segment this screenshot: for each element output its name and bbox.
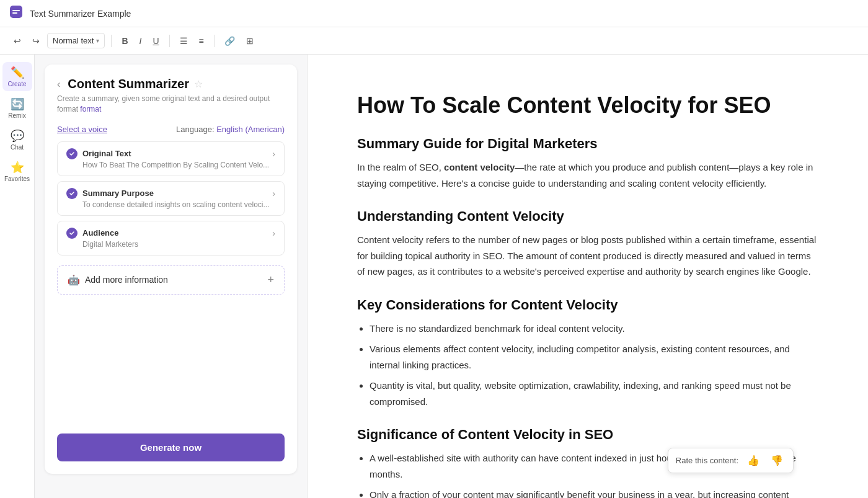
- sidebar-label-remix: Remix: [8, 112, 25, 119]
- check-circle-audience: [66, 228, 78, 239]
- content-title: How To Scale Content Velocity for SEO: [357, 92, 818, 118]
- add-info-label: Add more information: [85, 275, 168, 285]
- generate-button[interactable]: Generate now: [57, 434, 285, 461]
- redo-icon: ↪: [32, 36, 40, 46]
- svg-rect-1: [12, 10, 20, 11]
- italic-icon: I: [140, 36, 142, 46]
- sidebar-label-create: Create: [7, 81, 26, 87]
- content-understanding-p: Content velocity refers to the number of…: [357, 232, 818, 280]
- main-layout: ✏️ Create 🔄 Remix 💬 Chat ⭐ Favorites ‹ C…: [0, 55, 868, 498]
- field-summary-purpose[interactable]: Summary Purpose › To condense detailed i…: [57, 181, 285, 216]
- plus-icon: +: [267, 273, 274, 287]
- create-icon: ✏️: [11, 66, 24, 79]
- content-h2-key: Key Considerations for Content Velocity: [357, 297, 818, 313]
- add-info-left: 🤖 Add more information: [68, 274, 168, 286]
- sidebar-item-remix[interactable]: 🔄 Remix: [2, 94, 32, 123]
- toolbar: ↩ ↪ Normal text ▾ B I U ☰ ≡ 🔗 ⊞: [0, 27, 868, 55]
- favorites-icon: ⭐: [11, 161, 24, 174]
- check-circle-purpose: [66, 188, 78, 199]
- chat-icon: 💬: [11, 129, 24, 143]
- language-display: Language: English (American): [176, 125, 285, 134]
- voice-lang-row: Select a voice Language: English (Americ…: [57, 125, 285, 134]
- chevron-down-icon: ▾: [96, 37, 99, 44]
- sidebar-icons: ✏️ Create 🔄 Remix 💬 Chat ⭐ Favorites: [0, 55, 35, 498]
- content-key-list: There is no standardized benchmark for i…: [370, 321, 818, 410]
- top-bar: Text Summarizer Example: [0, 0, 868, 27]
- list-item: There is no standardized benchmark for i…: [370, 321, 818, 337]
- field-name-audience: Audience: [82, 228, 119, 238]
- panel: ‹ Content Summarizer ☆ Create a summary,…: [35, 55, 308, 498]
- link-icon: 🔗: [224, 36, 235, 46]
- underline-button[interactable]: U: [149, 33, 162, 48]
- list-item: Quantity is vital, but quality, website …: [370, 378, 818, 409]
- subtitle-format-link[interactable]: format: [80, 105, 101, 113]
- field-value-original: How To Beat The Competition By Scaling C…: [66, 161, 275, 169]
- favorite-star-icon[interactable]: ☆: [194, 78, 203, 90]
- sidebar-item-favorites[interactable]: ⭐ Favorites: [2, 157, 32, 186]
- content-h2-summary: Summary Guide for Digital Marketers: [357, 136, 818, 152]
- field-audience[interactable]: Audience › Digital Marketers: [57, 221, 285, 256]
- ordered-list-icon: ≡: [199, 36, 204, 46]
- bullet-list-icon: ☰: [180, 36, 188, 46]
- panel-header: ‹ Content Summarizer ☆: [57, 77, 285, 91]
- panel-title: Content Summarizer: [68, 77, 189, 91]
- app-title: Text Summarizer Example: [30, 9, 131, 19]
- field-header-original: Original Text ›: [66, 148, 275, 159]
- field-label-row-audience: Audience: [66, 228, 119, 239]
- sidebar-label-favorites: Favorites: [4, 176, 30, 182]
- ordered-list-button[interactable]: ≡: [195, 33, 208, 48]
- field-label-row-original: Original Text: [66, 148, 131, 159]
- sidebar-item-chat[interactable]: 💬 Chat: [2, 125, 32, 154]
- field-header-purpose: Summary Purpose ›: [66, 188, 275, 199]
- field-name-purpose: Summary Purpose: [82, 189, 154, 198]
- content-intro: In the realm of SEO, content velocity—th…: [357, 159, 818, 191]
- text-style-label: Normal text: [53, 36, 94, 45]
- panel-inner: ‹ Content Summarizer ☆ Create a summary,…: [45, 64, 297, 474]
- svg-rect-2: [12, 12, 17, 14]
- bullet-list-button[interactable]: ☰: [176, 33, 192, 48]
- link-button[interactable]: 🔗: [221, 33, 239, 48]
- field-value-purpose: To condense detailed insights on scaling…: [66, 200, 275, 209]
- list-item: Various elements affect content velocity…: [370, 341, 818, 373]
- underline-icon: U: [153, 36, 159, 46]
- add-info-button[interactable]: 🤖 Add more information +: [57, 265, 285, 295]
- redo-button[interactable]: ↪: [29, 33, 43, 48]
- list-item: Only a fraction of your content may sign…: [370, 487, 818, 498]
- field-header-audience: Audience ›: [66, 228, 275, 239]
- svg-rect-0: [10, 6, 22, 18]
- check-circle-original: [66, 148, 78, 159]
- italic-button[interactable]: I: [136, 33, 146, 48]
- back-button[interactable]: ‹: [57, 79, 60, 90]
- thumbs-down-button[interactable]: 👎: [768, 453, 786, 468]
- app-logo: [10, 6, 22, 21]
- image-button[interactable]: ⊞: [242, 33, 257, 48]
- toolbar-divider-1: [111, 35, 112, 47]
- thumbs-up-icon: 👍: [747, 455, 760, 466]
- content-area: How To Scale Content Velocity for SEO Su…: [308, 55, 868, 498]
- text-style-dropdown[interactable]: Normal text ▾: [47, 33, 105, 48]
- thumbs-down-icon: 👎: [771, 455, 783, 466]
- add-info-icon: 🤖: [68, 274, 80, 286]
- field-name-original: Original Text: [82, 149, 131, 158]
- field-original-text[interactable]: Original Text › How To Beat The Competit…: [57, 141, 285, 176]
- thumbs-up-button[interactable]: 👍: [745, 453, 762, 468]
- content-h2-significance: Significance of Content Velocity in SEO: [357, 427, 818, 443]
- image-icon: ⊞: [246, 36, 254, 46]
- panel-subtitle: Create a summary, given some original te…: [57, 94, 285, 115]
- bold-button[interactable]: B: [118, 33, 131, 48]
- rate-tooltip: Rate this content: 👍 👎: [668, 448, 794, 473]
- chevron-audience-icon: ›: [272, 228, 275, 238]
- form-fields: Original Text › How To Beat The Competit…: [57, 141, 285, 421]
- toolbar-divider-3: [214, 35, 215, 47]
- language-link[interactable]: English (American): [216, 125, 285, 134]
- undo-icon: ↩: [14, 36, 21, 46]
- sidebar-item-create[interactable]: ✏️ Create: [2, 62, 32, 91]
- toolbar-divider-2: [169, 35, 170, 47]
- content-h2-understanding: Understanding Content Velocity: [357, 208, 818, 225]
- bold-icon: B: [122, 36, 128, 46]
- field-value-audience: Digital Marketers: [66, 240, 275, 249]
- select-voice-link[interactable]: Select a voice: [57, 125, 107, 134]
- undo-button[interactable]: ↩: [10, 33, 25, 48]
- remix-icon: 🔄: [11, 97, 24, 111]
- rate-label: Rate this content:: [676, 456, 738, 465]
